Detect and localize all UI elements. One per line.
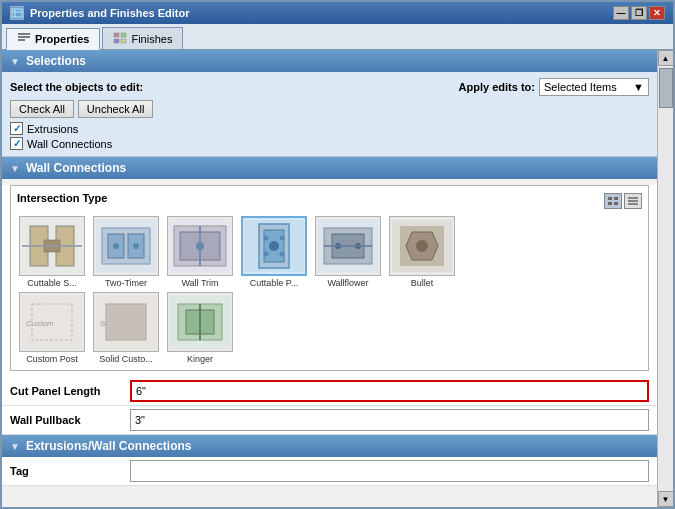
wall-pullback-label: Wall Pullback (10, 414, 130, 426)
cut-panel-length-input[interactable] (130, 380, 649, 402)
svg-point-32 (196, 242, 204, 250)
svg-point-38 (280, 236, 285, 241)
scroll-track[interactable] (658, 66, 673, 491)
check-all-button[interactable]: Check All (10, 100, 74, 118)
main-window: Properties and Finishes Editor — ❐ ✕ Pro… (0, 0, 675, 509)
intersection-type-box: Intersection Type (10, 185, 649, 371)
svg-rect-8 (114, 39, 119, 43)
solid-custo-thumb: Solid (93, 292, 159, 352)
intersection-two-timer[interactable]: Two-Timer (91, 216, 161, 288)
check-buttons-group: Check All Uncheck All (10, 100, 649, 118)
extrusions-header-label: Extrusions/Wall Connections (26, 439, 192, 453)
svg-point-40 (280, 252, 285, 257)
svg-point-26 (113, 243, 119, 249)
tab-bar: Properties Finishes (2, 24, 673, 50)
extrusions-checkbox-row: ✓ Extrusions (10, 122, 649, 135)
extrusions-label: Extrusions (27, 123, 78, 135)
tab-finishes-label: Finishes (131, 33, 172, 45)
intersection-bullet[interactable]: Bullet (387, 216, 457, 288)
tab-properties-label: Properties (35, 33, 89, 45)
svg-rect-12 (608, 202, 612, 205)
close-button[interactable]: ✕ (649, 6, 665, 20)
dropdown-arrow-icon: ▼ (633, 81, 644, 93)
wall-connections-section-header: ▼ Wall Connections (2, 157, 657, 179)
select-objects-label: Select the objects to edit: (10, 81, 143, 93)
tab-properties[interactable]: Properties (6, 28, 100, 50)
svg-rect-0 (12, 9, 22, 17)
wall-connections-header-label: Wall Connections (26, 161, 126, 175)
svg-point-37 (264, 236, 269, 241)
svg-rect-6 (114, 33, 119, 37)
scroll-content[interactable]: ▼ Selections Select the objects to edit:… (2, 50, 657, 507)
wall-connections-arrow-icon: ▼ (10, 163, 20, 174)
wallflower-thumb (315, 216, 381, 276)
extrusions-body: Tag (2, 457, 657, 486)
uncheck-all-button[interactable]: Uncheck All (78, 100, 153, 118)
bullet-thumb (389, 216, 455, 276)
solid-custo-label: Solid Custo... (99, 354, 153, 364)
intersection-wallflower[interactable]: Wallflower (313, 216, 383, 288)
apply-edits-value: Selected Items (544, 81, 617, 93)
svg-point-27 (133, 243, 139, 249)
svg-rect-11 (614, 197, 618, 200)
window-icon (10, 6, 24, 20)
cut-panel-length-row: Cut Panel Length (2, 377, 657, 406)
extrusions-checkbox[interactable]: ✓ (10, 122, 23, 135)
wall-trim-thumb (167, 216, 233, 276)
list-view-icon[interactable] (624, 193, 642, 209)
intersection-wall-trim[interactable]: Wall Trim (165, 216, 235, 288)
apply-edits-group: Apply edits to: Selected Items ▼ (459, 78, 649, 96)
kinger-label: Kinger (187, 354, 213, 364)
custom-post-thumb: Custom (19, 292, 85, 352)
selections-arrow-icon: ▼ (10, 56, 20, 67)
finishes-tab-icon (113, 32, 127, 46)
svg-rect-10 (608, 197, 612, 200)
wallflower-label: Wallflower (327, 278, 368, 288)
cuttable-p-label: Cuttable P... (250, 278, 298, 288)
apply-edits-dropdown[interactable]: Selected Items ▼ (539, 78, 649, 96)
two-timer-label: Two-Timer (105, 278, 147, 288)
intersection-kinger[interactable]: Kinger (165, 292, 235, 364)
wall-connections-checkbox-row: ✓ Wall Connections (10, 137, 649, 150)
extrusions-section-header: ▼ Extrusions/Wall Connections (2, 435, 657, 457)
kinger-thumb (167, 292, 233, 352)
title-buttons: — ❐ ✕ (613, 6, 665, 20)
intersection-type-title: Intersection Type (17, 192, 107, 204)
tag-label: Tag (10, 465, 130, 477)
minimize-button[interactable]: — (613, 6, 629, 20)
svg-text:Custom: Custom (26, 319, 54, 328)
tag-input[interactable] (130, 460, 649, 482)
wall-connections-checkbox[interactable]: ✓ (10, 137, 23, 150)
content-wrapper: ▼ Selections Select the objects to edit:… (2, 50, 673, 507)
selections-section-header: ▼ Selections (2, 50, 657, 72)
scroll-thumb[interactable] (659, 68, 673, 108)
grid-view-icon[interactable] (604, 193, 622, 209)
svg-rect-13 (614, 202, 618, 205)
intersection-solid-custo[interactable]: Solid Solid Custo... (91, 292, 161, 364)
intersection-cuttable-p[interactable]: Cuttable P... (239, 216, 309, 288)
cuttable-s-thumb (19, 216, 85, 276)
extrusions-arrow-icon: ▼ (10, 441, 20, 452)
restore-button[interactable]: ❐ (631, 6, 647, 20)
two-timer-thumb (93, 216, 159, 276)
wall-pullback-input[interactable] (130, 409, 649, 431)
intersection-cuttable-s[interactable]: Cuttable S... (17, 216, 87, 288)
custom-post-label: Custom Post (26, 354, 78, 364)
svg-point-36 (269, 241, 279, 251)
title-bar-left: Properties and Finishes Editor (10, 6, 190, 20)
selections-body: Select the objects to edit: Apply edits … (2, 72, 657, 157)
tag-row: Tag (2, 457, 657, 486)
tab-finishes[interactable]: Finishes (102, 27, 183, 49)
svg-rect-9 (121, 39, 126, 43)
wall-pullback-row: Wall Pullback (2, 406, 657, 435)
scroll-up-button[interactable]: ▲ (658, 50, 674, 66)
intersection-custom-post[interactable]: Custom Custom Post (17, 292, 87, 364)
bullet-label: Bullet (411, 278, 434, 288)
vertical-scrollbar[interactable]: ▲ ▼ (657, 50, 673, 507)
cuttable-s-label: Cuttable S... (27, 278, 77, 288)
scroll-down-button[interactable]: ▼ (658, 491, 674, 507)
apply-edits-label: Apply edits to: (459, 81, 535, 93)
wall-connections-label: Wall Connections (27, 138, 112, 150)
view-icons-group (604, 193, 642, 209)
window-title: Properties and Finishes Editor (30, 7, 190, 19)
